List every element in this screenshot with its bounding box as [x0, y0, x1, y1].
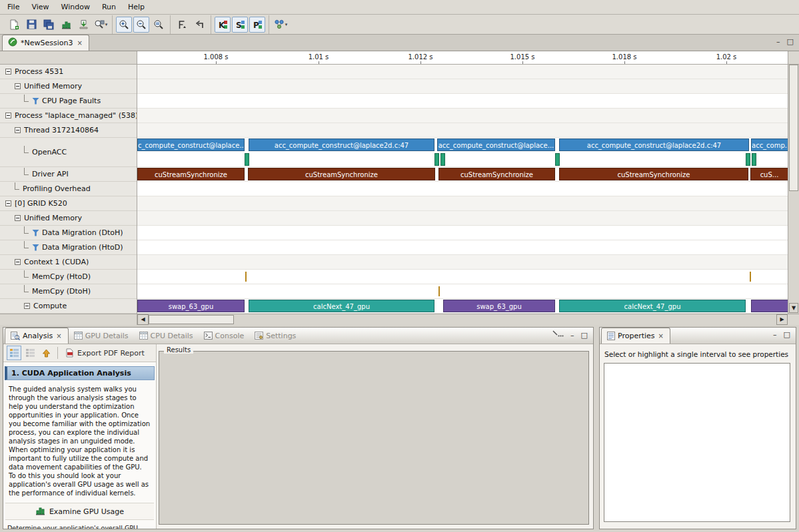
save-all-icon[interactable]: [41, 17, 57, 33]
tree-row-process-4531[interactable]: Process 4531: [0, 65, 137, 79]
flow-icon[interactable]: ▾: [273, 17, 289, 33]
collapse-toggle-icon[interactable]: [15, 127, 21, 133]
tab-gpu-details[interactable]: GPU Details: [69, 328, 134, 344]
timeline-interval[interactable]: [752, 153, 756, 166]
collapse-toggle-icon[interactable]: [15, 83, 21, 89]
timeline-interval[interactable]: calcNext_47_gpu: [559, 300, 746, 312]
menu-view[interactable]: View: [25, 0, 55, 14]
tree-row-driver-api[interactable]: Driver API: [0, 167, 137, 182]
timeline-interval[interactable]: cuStreamSynchronize: [559, 168, 748, 180]
maximize-icon[interactable]: □: [581, 331, 588, 340]
timeline-interval[interactable]: swap_63_gpu: [443, 300, 555, 312]
timeline-interval[interactable]: [555, 153, 560, 166]
search-settings-icon[interactable]: ▾: [93, 17, 109, 33]
vertical-scrollbar-thumb[interactable]: [789, 65, 798, 191]
segment-up-icon[interactable]: [39, 346, 53, 360]
timeline-interval[interactable]: swap_63_gpu: [137, 300, 245, 312]
maximize-icon[interactable]: □: [787, 37, 794, 46]
timeline-interval[interactable]: c_compute_construct@laplace...: [137, 138, 245, 151]
zoom-out-icon[interactable]: [133, 17, 149, 33]
scroll-left-arrow[interactable]: ◀: [137, 314, 149, 325]
minimize-icon[interactable]: –: [776, 37, 780, 46]
examine-gpu-usage-button[interactable]: Examine GPU Usage: [5, 503, 154, 520]
tab-settings[interactable]: Settings: [249, 328, 301, 344]
timeline-interval[interactable]: acc_compute_construct@laplace...: [437, 138, 555, 151]
close-session-tab-icon[interactable]: ×: [76, 39, 83, 47]
timeline-interval[interactable]: acc_compute_construct@laplace2d.c:47: [249, 138, 434, 151]
collapse-toggle-icon[interactable]: [5, 200, 11, 206]
menu-file[interactable]: File: [1, 0, 25, 14]
tree-row-data-migration-dtoh[interactable]: Data Migration (DtoH): [0, 226, 137, 240]
filter-icon: [32, 98, 39, 105]
save-icon[interactable]: [23, 17, 39, 33]
memcpy-interval[interactable]: [245, 272, 247, 282]
process-toggle-icon[interactable]: P: [249, 17, 265, 33]
menu-run[interactable]: Run: [96, 0, 122, 14]
timeline-interval[interactable]: cuStreamSynchronize: [248, 168, 435, 180]
collapse-toggle-icon[interactable]: [15, 259, 21, 265]
close-tab-icon[interactable]: ×: [658, 332, 664, 340]
marker-next-icon[interactable]: [174, 17, 190, 33]
marker-prev-icon[interactable]: [191, 17, 207, 33]
horizontal-scrollbar-thumb[interactable]: [149, 315, 234, 324]
tree-row-compute[interactable]: Compute: [0, 299, 137, 314]
tree-row-memcpy-dtoh[interactable]: MemCpy (DtoH): [0, 284, 137, 299]
timeline-interval[interactable]: cuS...: [750, 168, 788, 180]
guided-view-icon[interactable]: [7, 346, 21, 360]
timeline-interval[interactable]: [245, 153, 249, 166]
zoom-in-icon[interactable]: [116, 17, 132, 33]
tree-row-context-1-cuda[interactable]: Context 1 (CUDA): [0, 255, 137, 270]
tree-row-data-migration-htod[interactable]: Data Migration (HtoD): [0, 240, 137, 255]
tree-row-cpu-page-faults[interactable]: CPU Page Faults: [0, 94, 137, 109]
tree-row-unified-memory[interactable]: Unified Memory: [0, 79, 137, 94]
tree-row-profiling-overhead[interactable]: Profiling Overhead: [0, 182, 137, 196]
collapse-toggle-icon[interactable]: [15, 215, 21, 221]
collapse-toggle-icon[interactable]: [5, 69, 11, 75]
scroll-right-arrow[interactable]: ▶: [776, 314, 788, 325]
session-tab[interactable]: *NewSession3 ×: [2, 35, 89, 51]
timeline-interval[interactable]: cuStreamSynchronize: [137, 168, 245, 180]
tab-analysis[interactable]: Analysis×: [5, 328, 69, 344]
ruler-tick: 1.008 s: [203, 53, 228, 61]
unguided-view-icon[interactable]: [23, 346, 37, 360]
tree-row-process-laplace-managed-538[interactable]: Process "laplace_managed" (538): [0, 109, 137, 123]
tree-row-thread-3172140864[interactable]: Thread 3172140864: [0, 123, 137, 138]
stream-toggle-icon[interactable]: S: [232, 17, 248, 33]
vertical-scrollbar[interactable]: ▼: [788, 65, 799, 314]
tree-row-memcpy-htod[interactable]: MemCpy (HtoD): [0, 270, 137, 284]
maximize-icon[interactable]: □: [784, 330, 790, 339]
chart-icon[interactable]: [58, 17, 74, 33]
tree-row-unified-memory[interactable]: Unified Memory: [0, 211, 137, 226]
export-icon[interactable]: [75, 17, 91, 33]
close-tab-icon[interactable]: ×: [55, 332, 62, 340]
kernel-toggle-icon[interactable]: K: [215, 17, 231, 33]
timeline-interval[interactable]: [440, 153, 445, 166]
collapse-toggle-icon[interactable]: [5, 113, 11, 119]
tab-properties[interactable]: Properties×: [601, 328, 670, 344]
tree-row-openacc[interactable]: OpenACC: [0, 138, 137, 167]
memcpy-interval[interactable]: [438, 286, 440, 296]
new-session-icon[interactable]: [6, 17, 22, 33]
tab-cpu-details[interactable]: CPU Details: [134, 328, 199, 344]
scroll-down-arrow[interactable]: ▼: [789, 303, 798, 313]
minimize-icon[interactable]: –: [570, 331, 574, 340]
memcpy-interval[interactable]: [750, 272, 751, 282]
timeline-interval[interactable]: calcNext_47_gpu: [249, 300, 434, 312]
horizontal-scrollbar-row: ◀ ▶: [0, 314, 799, 325]
collapse-toggle-icon[interactable]: [24, 303, 30, 309]
timeline-interval[interactable]: [746, 153, 750, 166]
pdf-icon[interactable]: Export PDF Report: [61, 347, 149, 359]
tab-console[interactable]: Console: [199, 328, 250, 344]
timeline-interval[interactable]: [751, 300, 788, 312]
view-menu-icon[interactable]: [552, 330, 564, 340]
menu-help[interactable]: Help: [122, 0, 151, 14]
tree-row-0-grid-k520[interactable]: [0] GRID K520: [0, 196, 137, 211]
timeline-interval[interactable]: acc_compute_construct@laplace2d.c:47: [559, 138, 749, 151]
minimize-icon[interactable]: –: [773, 330, 777, 339]
timeline-interval[interactable]: [434, 153, 439, 166]
horizontal-scrollbar[interactable]: [149, 314, 776, 325]
timeline-interval[interactable]: acc_comp...: [751, 138, 788, 151]
timeline-interval[interactable]: cuStreamSynchronize: [438, 168, 555, 180]
zoom-fit-icon[interactable]: [151, 17, 167, 33]
menu-window[interactable]: Window: [55, 0, 96, 14]
